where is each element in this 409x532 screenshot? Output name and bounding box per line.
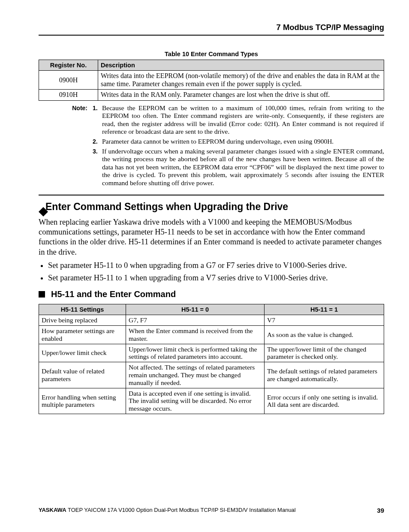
cell: Upper/lower limit check: [39, 344, 126, 362]
table11-head-c: H5-11 = 1: [265, 304, 384, 315]
bullet-list: Set parameter H5-11 to 0 when upgrading …: [39, 261, 384, 283]
cell: Error occurs if only one setting is inva…: [265, 388, 384, 414]
cell: Error handling when setting multiple par…: [39, 388, 126, 414]
list-item: Because the EEPROM can be written to a m…: [93, 104, 384, 136]
square-icon: [39, 291, 45, 298]
cell: Data is accepted even if one setting is …: [126, 388, 265, 414]
page-footer: YASKAWA TOEP YAICOM 17A V1000 Option Dua…: [39, 507, 384, 515]
list-item: Set parameter H5-11 to 0 when upgrading …: [48, 261, 384, 271]
footer-left: YASKAWA TOEP YAICOM 17A V1000 Option Dua…: [39, 507, 296, 515]
cell: Not affected. The settings of related pa…: [126, 362, 265, 388]
notes-list: Because the EEPROM can be written to a m…: [93, 104, 384, 189]
footer-page-number: 39: [377, 507, 384, 515]
notes-label: Note:: [51, 104, 93, 189]
notes-block: Note: Because the EEPROM can be written …: [39, 104, 384, 189]
table10: Register No. Description 0900H Writes da…: [39, 60, 384, 100]
footer-brand: YASKAWA: [39, 507, 66, 513]
table-row: 0910H Writes data in the RAM only. Param…: [39, 90, 384, 100]
h3-text: H5-11 and the Enter Command: [51, 289, 176, 300]
cell: G7, F7: [126, 315, 265, 326]
table-row: Default value of related parameters Not …: [39, 362, 384, 388]
cell: Default value of related parameters: [39, 362, 126, 388]
cell: The default settings of related paramete…: [265, 362, 384, 388]
table10-head-reg: Register No.: [39, 60, 98, 71]
list-item: If undervoltage occurs when a making sev…: [93, 147, 384, 187]
table11-head-b: H5-11 = 0: [126, 304, 265, 315]
table-row: 0900H Writes data into the EEPROM (non-v…: [39, 71, 384, 90]
table10-head-desc: Description: [98, 60, 384, 71]
table-row: Upper/lower limit check Upper/lower limi…: [39, 344, 384, 362]
cell: The upper/lower limit of the changed par…: [265, 344, 384, 362]
table-row: Drive being replaced G7, F7 V7: [39, 315, 384, 326]
table11-head-a: H5-11 Settings: [39, 304, 126, 315]
cell-reg: 0900H: [39, 71, 98, 90]
cell-desc: Writes data into the EEPROM (non-volatil…: [98, 71, 384, 90]
cell: As soon as the value is changed.: [265, 325, 384, 344]
table-row: Error handling when setting multiple par…: [39, 388, 384, 414]
footer-doc: TOEP YAICOM 17A V1000 Option Dual-Port M…: [66, 507, 296, 513]
cell: V7: [265, 315, 384, 326]
section-paragraph: When replacing earlier Yaskawa drive mod…: [39, 217, 384, 257]
table11: H5-11 Settings H5-11 = 0 H5-11 = 1 Drive…: [39, 304, 384, 414]
header-title: 7 Modbus TCP/IP Messaging: [276, 23, 384, 32]
page-header: 7 Modbus TCP/IP Messaging: [39, 22, 384, 36]
table-row: How parameter settings are enabled When …: [39, 325, 384, 344]
list-item: Set parameter H5-11 to 1 when upgrading …: [48, 273, 384, 283]
h2-text: Enter Command Settings when Upgrading th…: [45, 201, 288, 213]
cell-reg: 0910H: [39, 90, 98, 100]
cell: Upper/lower limit check is performed tak…: [126, 344, 265, 362]
cell: How parameter settings are enabled: [39, 325, 126, 344]
divider: [39, 195, 384, 195]
cell: When the Enter command is received from …: [126, 325, 265, 344]
cell: Drive being replaced: [39, 315, 126, 326]
section-heading-h2: Enter Command Settings when Upgrading th…: [39, 201, 384, 213]
list-item: Parameter data cannot be written to EEPR…: [93, 138, 384, 146]
cell-desc: Writes data in the RAM only. Parameter c…: [98, 90, 384, 100]
section-heading-h3: H5-11 and the Enter Command: [39, 289, 384, 300]
table10-caption: Table 10 Enter Command Types: [39, 50, 384, 58]
